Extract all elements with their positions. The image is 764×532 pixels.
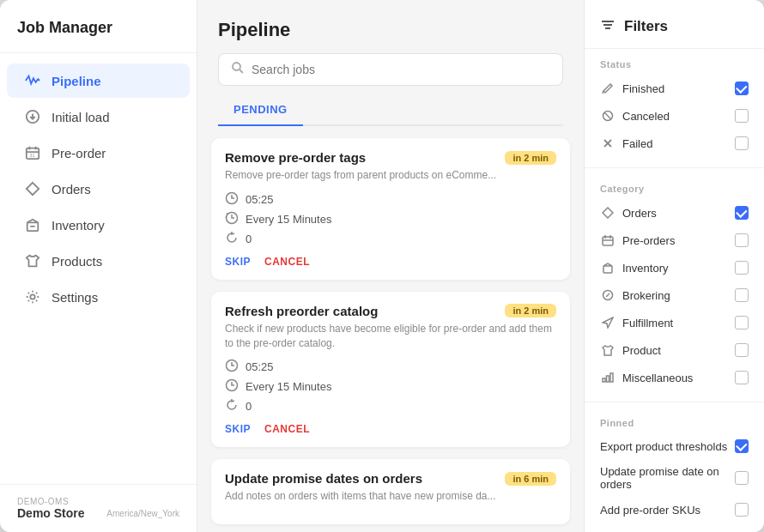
cancel-button[interactable]: CANCEL — [264, 423, 310, 435]
sidebar-item-pipeline-label: Pipeline — [52, 74, 101, 88]
store-timezone: America/New_York — [106, 509, 179, 518]
cancel-button[interactable]: CANCEL — [264, 256, 310, 268]
filter-item-inventory[interactable]: Inventory — [600, 254, 749, 281]
filter-miscellaneous-checkbox[interactable] — [735, 371, 749, 384]
filter-canceled-label: Canceled — [622, 110, 670, 123]
filter-item-miscellaneous[interactable]: Miscellaneous — [600, 364, 749, 391]
filter-fulfillment-label: Fulfillment — [622, 317, 673, 329]
sidebar-item-inventory[interactable]: Inventory — [7, 208, 190, 242]
filter-inventory-label: Inventory — [622, 262, 668, 275]
svg-line-12 — [240, 70, 243, 73]
svg-text:31: 31 — [29, 153, 34, 158]
filters-status-section: Status Finished — [585, 49, 764, 162]
interval-icon — [225, 211, 239, 227]
pulse-icon — [24, 72, 41, 89]
filters-category-section: Category Orders — [585, 173, 764, 396]
filter-item-product[interactable]: Product — [600, 336, 749, 364]
pinned-export-checkbox[interactable] — [735, 439, 749, 453]
sidebar-item-settings[interactable]: Settings — [7, 280, 190, 314]
job-meta: 05:25 Every 15 Minutes — [225, 191, 556, 247]
job-card-header: Remove pre-order tags in 2 min — [225, 150, 556, 165]
pinned-skus-checkbox[interactable] — [735, 503, 749, 517]
store-name: Demo Store — [17, 506, 85, 520]
filter-item-canceled[interactable]: Canceled — [600, 102, 749, 130]
search-bar — [218, 53, 563, 86]
filter-product-label: Product — [622, 344, 661, 357]
download-icon — [24, 108, 41, 125]
clock-icon — [225, 359, 239, 375]
filter-item-brokering[interactable]: Brokering — [600, 281, 749, 309]
job-description: Check if new products have become eligib… — [225, 322, 556, 351]
job-card: Refresh preorder catalog in 2 min Check … — [211, 292, 570, 448]
filters-header: Filters — [585, 0, 764, 49]
pinned-item-skus[interactable]: Add pre-order SKUs — [600, 497, 749, 523]
job-title: Remove pre-order tags — [225, 150, 366, 165]
filter-lines-icon — [600, 17, 615, 36]
pinned-promise-checkbox[interactable] — [735, 471, 749, 485]
job-title: Refresh preorder catalog — [225, 304, 378, 318]
pinned-promise-label: Update promise date on orders — [600, 465, 735, 491]
pinned-export-label: Export product thresholds — [600, 440, 735, 453]
sidebar-item-pre-order-label: Pre-order — [52, 146, 106, 160]
skip-button[interactable]: SKIP — [225, 256, 251, 268]
filter-fulfillment-checkbox[interactable] — [735, 316, 749, 329]
filter-inventory-checkbox[interactable] — [735, 261, 749, 275]
sidebar-item-pre-order[interactable]: 31 Pre-order — [7, 136, 190, 170]
sidebar-item-orders[interactable]: Orders — [7, 172, 190, 206]
filter-orders-label: Orders — [622, 207, 657, 220]
svg-marker-32 — [603, 317, 613, 328]
interval-icon — [225, 378, 239, 395]
job-badge: in 2 min — [505, 151, 556, 165]
pinned-item-promise[interactable]: Update promise date on orders — [600, 459, 749, 497]
svg-rect-33 — [603, 378, 605, 382]
x-icon — [600, 136, 615, 151]
skip-button[interactable]: SKIP — [225, 423, 251, 435]
sidebar-item-settings-label: Settings — [52, 290, 98, 305]
filter-item-pre-orders[interactable]: Pre-orders — [600, 227, 749, 254]
tab-pending[interactable]: PENDING — [218, 94, 303, 126]
svg-rect-26 — [603, 237, 613, 245]
filters-status-label: Status — [600, 59, 749, 70]
filter-item-fulfillment[interactable]: Fulfillment — [600, 309, 749, 336]
job-description: Add notes on orders with items that have… — [225, 489, 556, 504]
filter-finished-checkbox[interactable] — [735, 82, 749, 95]
main-header: Pipeline PENDING — [197, 0, 584, 126]
send-icon — [600, 315, 615, 330]
shirt-cat-icon — [600, 342, 615, 358]
ban-icon — [600, 108, 615, 124]
app-title: Job Manager — [0, 0, 197, 53]
compass-icon — [600, 287, 615, 303]
job-meta-count: 0 — [225, 398, 556, 414]
filter-pre-orders-checkbox[interactable] — [735, 233, 749, 247]
main-content: Pipeline PENDING Remove pre-order tags — [197, 0, 584, 532]
sidebar-item-initial-load[interactable]: Initial load — [7, 100, 190, 134]
box-icon — [24, 216, 41, 233]
filter-brokering-checkbox[interactable] — [735, 288, 749, 302]
job-card-header: Refresh preorder catalog in 2 min — [225, 304, 556, 318]
job-actions: SKIP CANCEL — [225, 256, 556, 268]
filter-finished-label: Finished — [622, 82, 664, 95]
app-window: Job Manager Pipeline — [0, 0, 764, 532]
filter-product-checkbox[interactable] — [735, 343, 749, 357]
filter-miscellaneous-label: Miscellaneous — [622, 372, 693, 384]
job-actions: SKIP CANCEL — [225, 423, 556, 435]
svg-rect-35 — [610, 373, 613, 382]
filter-item-failed[interactable]: Failed — [600, 130, 749, 157]
refresh-icon — [225, 231, 239, 247]
filter-failed-checkbox[interactable] — [735, 136, 749, 150]
sidebar-item-pipeline[interactable]: Pipeline — [7, 63, 190, 98]
pinned-item-export[interactable]: Export product thresholds — [600, 433, 749, 459]
sidebar-item-inventory-label: Inventory — [52, 218, 105, 233]
sidebar-item-orders-label: Orders — [52, 182, 91, 196]
job-time-value: 05:25 — [246, 193, 274, 206]
job-count-value: 0 — [246, 400, 252, 413]
filter-failed-label: Failed — [622, 137, 652, 150]
job-count-value: 0 — [246, 233, 252, 245]
filter-item-finished[interactable]: Finished — [600, 75, 749, 102]
search-input[interactable] — [252, 63, 550, 76]
filters-divider — [585, 167, 764, 168]
sidebar-item-products[interactable]: Products — [7, 244, 190, 278]
filter-orders-checkbox[interactable] — [735, 206, 749, 220]
filter-canceled-checkbox[interactable] — [735, 109, 749, 123]
filter-item-orders[interactable]: Orders — [600, 199, 749, 227]
